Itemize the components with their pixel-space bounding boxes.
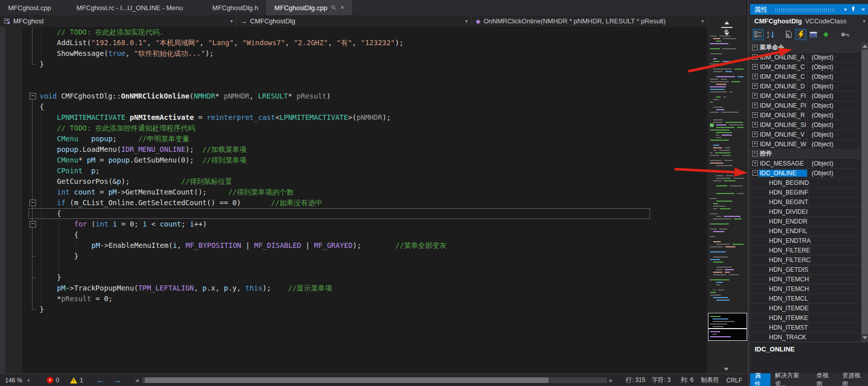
expand-icon[interactable]: + (752, 141, 758, 147)
expand-icon[interactable]: + (752, 122, 758, 127)
code-line[interactable]: pM->EnableMenuItem(i, MF_BYPOSITION | MF… (0, 240, 708, 251)
expand-icon[interactable]: + (752, 103, 758, 108)
collapse-icon[interactable]: − (752, 170, 758, 176)
key-icon[interactable] (840, 29, 850, 40)
event-handler-value[interactable] (808, 187, 861, 197)
property-row[interactable]: HDN_ITEMKE (750, 313, 861, 323)
expand-icon[interactable]: + (752, 112, 758, 118)
window-position-chevron-icon[interactable]: ▾ (844, 7, 847, 12)
code-line[interactable]: // TODO: 在此处添加实现代码. (0, 27, 708, 38)
object-selector-dropdown[interactable]: CMFCghostDlg VCCodeClass ▾ (750, 15, 868, 28)
property-value[interactable]: (Object) (807, 52, 833, 62)
status-tabs-mode[interactable]: 制表符 (701, 374, 719, 386)
project-dropdown[interactable]: MFCghost ▾ (0, 15, 237, 27)
property-row[interactable]: +IDM_ONLINE_C(Object) (750, 62, 861, 72)
event-handler-value[interactable] (811, 236, 861, 245)
property-row[interactable]: HDN_GETDIS (750, 265, 861, 275)
property-row[interactable]: HDN_TRACK (750, 332, 861, 342)
event-handler-value[interactable] (808, 323, 861, 332)
property-row[interactable]: HDN_ITEMST (750, 323, 861, 333)
property-value[interactable]: (Object) (807, 168, 833, 178)
document-tab[interactable]: MFCghostDlg.cpp× (266, 0, 352, 15)
property-value[interactable]: (Object) (807, 72, 833, 81)
overrides-icon[interactable] (821, 29, 831, 40)
property-row[interactable]: HDN_BEGIND (750, 178, 861, 188)
property-value[interactable]: (Object) (807, 139, 833, 149)
class-dropdown[interactable]: → CMFCghostDlg ▾ (237, 15, 471, 27)
tool-window-tab[interactable]: 类视图 (812, 373, 838, 386)
collapse-icon[interactable]: − (752, 151, 758, 156)
expand-icon[interactable]: + (752, 83, 758, 89)
code-line[interactable]: *pResult = 0; (0, 294, 708, 304)
properties-scrollbar[interactable] (861, 43, 868, 342)
scroll-down-icon[interactable] (724, 368, 729, 371)
code-line[interactable]: GetCursorPos(&p); //得到鼠标位置 (0, 176, 708, 187)
tool-window-tab[interactable]: 资源视图 (838, 373, 868, 386)
code-line[interactable]: } (0, 272, 708, 283)
property-row[interactable]: +IDM_ONLINE_R(Object) (750, 110, 861, 120)
property-row[interactable]: HDN_ITEMCH (750, 284, 861, 294)
property-row[interactable]: HDN_FILTERC (750, 255, 861, 265)
property-row[interactable]: HDN_BEGINT (750, 197, 861, 207)
code-line[interactable]: CPoint p; (0, 166, 708, 176)
document-tab[interactable]: MFCghostDlg.h (204, 0, 266, 15)
scroll-up-icon[interactable] (862, 45, 867, 48)
scroll-left-icon[interactable]: ◀ (135, 374, 139, 386)
navigate-forward-icon[interactable]: → (113, 374, 121, 386)
property-row[interactable]: +IDM_ONLINE_SI(Object) (750, 120, 861, 130)
code-line[interactable]: void CMFCghostDlg::OnNMRClickOnline(NMHD… (0, 91, 708, 102)
horizontal-scrollbar-thumb[interactable] (145, 377, 549, 383)
scroll-down-icon[interactable] (862, 336, 867, 339)
property-row[interactable]: HDN_BEGINF (750, 187, 861, 198)
property-pages-icon[interactable] (783, 29, 793, 40)
event-handler-value[interactable] (808, 265, 861, 274)
code-line[interactable]: } (0, 59, 708, 70)
code-line[interactable]: popup.LoadMenu(IDR_MENU_ONLINE); //加载菜单项 (0, 144, 708, 155)
horizontal-scrollbar[interactable] (142, 377, 607, 383)
event-handler-value[interactable] (809, 303, 861, 313)
properties-scrollbar-thumb[interactable] (862, 50, 868, 334)
code-line[interactable]: CMenu popup; //申明菜单变量 (0, 134, 708, 144)
property-value[interactable]: (Object) (807, 120, 833, 130)
property-row[interactable]: +IDM_ONLINE_V(Object) (750, 130, 861, 140)
member-dropdown[interactable]: ◆ OnNMRClickOnline(NMHDR * pNMHDR, LRESU… (472, 15, 708, 27)
categorized-icon[interactable] (753, 29, 764, 40)
property-row[interactable]: HDN_ENDFIL (750, 226, 861, 236)
navigate-back-icon[interactable]: ← (97, 374, 105, 386)
property-row[interactable]: −IDC_ONLINE(Object) (750, 168, 861, 178)
code-line[interactable] (0, 70, 708, 80)
property-row[interactable]: +IDM_ONLINE_PI(Object) (750, 101, 861, 111)
code-line[interactable]: pM->TrackPopupMenu(TPM_LEFTALIGN, p.x, p… (0, 283, 708, 294)
messages-icon[interactable] (809, 29, 819, 40)
expand-icon[interactable]: + (752, 160, 758, 166)
code-line[interactable]: CMenu* pM = popup.GetSubMenu(0); //得到菜单项 (0, 155, 708, 166)
fold-collapse-box[interactable]: − (29, 93, 36, 100)
property-value[interactable]: (Object) (807, 91, 833, 101)
expand-icon[interactable]: + (752, 64, 758, 70)
pin-icon[interactable] (331, 5, 336, 10)
code-line[interactable]: int count = pM->GetMenuItemCount(); //得到… (0, 187, 708, 198)
property-value[interactable]: (Object) (807, 62, 833, 72)
code-editor[interactable]: // TODO: 在此处添加实现代码.AddList("192.168.0.1"… (0, 27, 708, 373)
event-handler-value[interactable] (810, 245, 861, 255)
zoom-selector[interactable]: 146 % ▾ (5, 374, 30, 386)
property-row[interactable]: +IDM_ONLINE_D(Object) (750, 81, 861, 91)
code-line[interactable] (0, 80, 708, 91)
property-row[interactable]: +IDM_ONLINE_FI(Object) (750, 91, 861, 101)
event-handler-value[interactable] (809, 284, 861, 294)
property-row[interactable]: +IDM_ONLINE_W(Object) (750, 139, 861, 149)
expand-icon[interactable]: + (752, 132, 758, 137)
scroll-up-icon[interactable] (724, 29, 729, 32)
close-icon[interactable]: × (861, 6, 865, 13)
event-handler-value[interactable] (807, 226, 861, 236)
code-line[interactable] (0, 262, 708, 272)
expand-icon[interactable]: + (752, 93, 758, 99)
property-row[interactable]: +IDM_ONLINE_A(Object) (750, 52, 861, 62)
event-handler-value[interactable] (806, 332, 861, 342)
property-value[interactable]: (Object) (807, 81, 833, 91)
tool-window-tab[interactable]: 解决方案资... (770, 373, 812, 386)
properties-title-bar[interactable]: 属性 ▾ × (750, 4, 868, 15)
code-line[interactable]: for (int i = 0; i < count; i++) (0, 219, 708, 230)
property-row[interactable]: +IDC_MESSAGE(Object) (750, 158, 861, 169)
scroll-right-icon[interactable]: ▶ (609, 374, 613, 386)
